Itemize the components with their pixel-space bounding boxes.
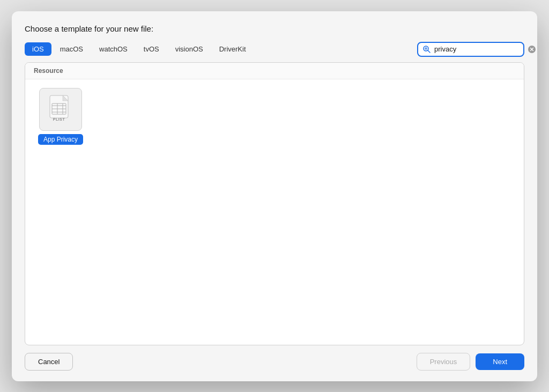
tab-ios[interactable]: iOS	[25, 42, 51, 56]
dialog: Choose a template for your new file: iOS…	[12, 11, 537, 381]
next-button[interactable]: Next	[476, 353, 524, 370]
template-item-app-privacy[interactable]: PLIST App Privacy	[34, 88, 87, 145]
tab-watchos[interactable]: watchOS	[92, 42, 135, 56]
tab-bar: iOS macOS watchOS tvOS visionOS DriverKi…	[25, 42, 254, 56]
items-area: PLIST App Privacy	[25, 79, 524, 345]
tab-visionos[interactable]: visionOS	[168, 42, 211, 56]
previous-button[interactable]: Previous	[417, 353, 471, 371]
search-icon	[422, 45, 431, 54]
tab-tvos[interactable]: tvOS	[136, 42, 167, 56]
content-area: Resource	[25, 62, 524, 345]
search-box[interactable]	[417, 42, 524, 57]
template-icon-plist: PLIST	[39, 88, 82, 131]
dialog-title: Choose a template for your new file:	[25, 24, 524, 33]
footer: Cancel Previous Next	[25, 353, 524, 371]
tab-driverkit[interactable]: DriverKit	[212, 42, 254, 56]
plist-doc-icon: PLIST	[49, 95, 72, 124]
search-input[interactable]	[434, 45, 524, 53]
toolbar: iOS macOS watchOS tvOS visionOS DriverKi…	[25, 42, 524, 57]
search-clear-icon[interactable]	[528, 45, 536, 54]
svg-line-1	[428, 50, 430, 53]
cancel-button[interactable]: Cancel	[25, 353, 73, 371]
tab-macos[interactable]: macOS	[53, 42, 91, 56]
svg-text:PLIST: PLIST	[53, 117, 65, 121]
template-item-label: App Privacy	[38, 134, 83, 145]
footer-right: Previous Next	[417, 353, 524, 371]
section-header: Resource	[25, 63, 524, 79]
